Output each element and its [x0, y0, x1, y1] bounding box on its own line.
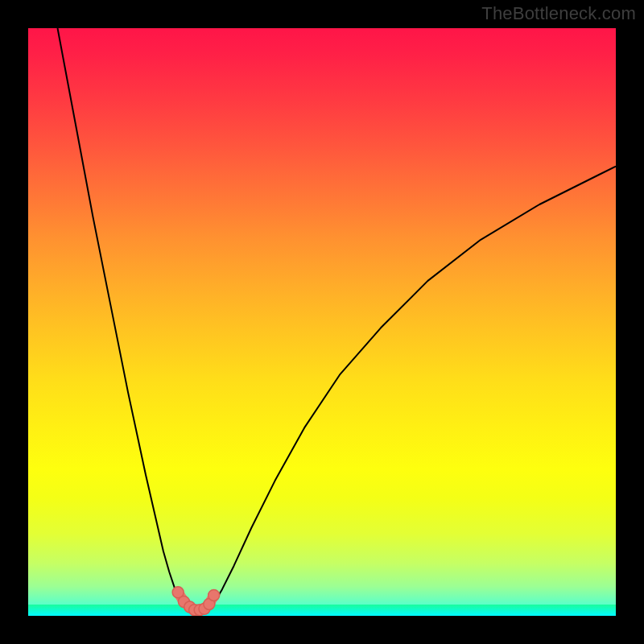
curve-layer [28, 28, 616, 616]
curve-right-branch [210, 167, 616, 607]
marker-dot [208, 589, 220, 601]
watermark-text: TheBottleneck.com [481, 3, 636, 24]
plot-area [28, 28, 616, 616]
chart-frame: TheBottleneck.com [0, 0, 644, 644]
curve-left-branch [58, 28, 188, 606]
marker-dots-group [172, 587, 220, 616]
